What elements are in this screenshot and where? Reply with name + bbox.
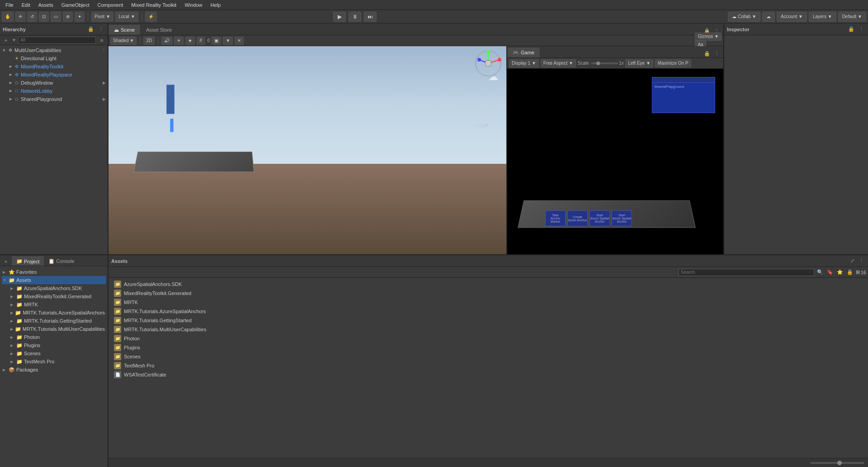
move-tool-btn[interactable]: ✛: [15, 12, 25, 22]
account-btn[interactable]: Account ▼: [777, 12, 807, 22]
assets-more-btn[interactable]: ⋮: [857, 257, 865, 265]
fx-btn[interactable]: ★: [185, 37, 195, 45]
asset-mrtk-multi[interactable]: 📁 MRTK.Tutorials.MultiUserCapabilities: [112, 325, 864, 334]
ui-card-3[interactable]: StartAzure Spatial Anchor: [612, 210, 632, 226]
menu-window[interactable]: Window: [181, 1, 206, 9]
play-btn[interactable]: ▶: [333, 12, 346, 22]
scene-filter-btn[interactable]: ▼: [223, 37, 233, 45]
tree-azure-sdk[interactable]: ▶ 📁 AzureSpatialAnchors.SDK: [2, 284, 106, 292]
favorites-item[interactable]: ▶ ⭐ Favorites: [2, 268, 106, 276]
tree-textmesh[interactable]: ▶ 📁 TextMesh Pro: [2, 357, 106, 366]
menu-mixed-reality[interactable]: Mixed Reality Toolkit: [127, 1, 180, 9]
cloud-btn[interactable]: ☁: [762, 12, 775, 22]
asset-azure-sdk[interactable]: 📁 AzureSpatialAnchors.SDK: [112, 280, 864, 289]
hierarchy-item-0[interactable]: ☀ Directional Light: [0, 54, 108, 62]
assets-search-input[interactable]: [679, 269, 814, 276]
scene-viewport[interactable]: X Y Z < Left ☁: [108, 46, 506, 254]
search-icon-btn[interactable]: 🔍: [816, 268, 824, 276]
pause-btn[interactable]: ⏸: [349, 12, 361, 22]
packages-item[interactable]: ▶ 📦 Packages: [2, 366, 106, 374]
menu-edit[interactable]: Edit: [18, 1, 34, 9]
zoom-slider-track[interactable]: [810, 462, 864, 464]
gizmos-btn[interactable]: Gizmos ▼: [695, 33, 722, 41]
lighting-btn[interactable]: ☀: [174, 37, 184, 45]
hierarchy-item-5[interactable]: ▶ □ SharedPlayground ▶: [0, 95, 108, 103]
tree-mrtk-multi[interactable]: ▶ 📁 MRTK.Tutorials.MultiUserCapabilities: [2, 325, 106, 333]
assets-filter1-btn[interactable]: 🔖: [826, 268, 834, 276]
render-path-btn[interactable]: ▣: [212, 37, 221, 45]
asset-textmesh[interactable]: 📁 TextMesh Pro: [112, 361, 864, 370]
asset-plugins[interactable]: 📁 Plugins: [112, 343, 864, 352]
hierarchy-more-btn[interactable]: ⋮: [97, 25, 105, 33]
menu-gameobject[interactable]: GameObject: [58, 1, 93, 9]
pivot-btn[interactable]: Pivot▼: [91, 12, 113, 22]
tree-photon[interactable]: ▶ 📁 Photon: [2, 333, 106, 341]
asset-wsa-cert[interactable]: 📄 WSATestCertificate: [112, 370, 864, 379]
layers-btn[interactable]: Layers ▼: [809, 12, 836, 22]
asset-photon[interactable]: 📁 Photon: [112, 334, 864, 343]
hierarchy-lock-btn[interactable]: 🔒: [87, 25, 95, 33]
hierarchy-item-1[interactable]: ▶ ⚙ MixedRealityToolkit: [0, 62, 108, 71]
tree-plugins[interactable]: ▶ 📁 Plugins: [2, 341, 106, 349]
assets-root-item[interactable]: ▼ 📁 Assets: [2, 276, 106, 284]
audio-btn[interactable]: 🔊: [161, 37, 172, 45]
eye-btn[interactable]: Left Eye ▼: [625, 59, 653, 67]
hierarchy-root[interactable]: ▼ ⚙ MultiUserCapabilities ⋮: [0, 46, 108, 54]
2d-btn[interactable]: 2D: [143, 37, 155, 45]
project-tab[interactable]: 📁 Project: [12, 257, 44, 266]
menu-file[interactable]: File: [2, 1, 17, 9]
ui-card-1[interactable]: CreateAzure Anchor: [567, 210, 588, 226]
step-btn[interactable]: ⏭: [364, 12, 377, 22]
game-viewport[interactable]: SharedPlayground TakeAnchor Marker Creat…: [507, 69, 723, 254]
game-lock-btn[interactable]: 🔒: [703, 49, 711, 57]
asset-mrtk-getting[interactable]: 📁 MRTK.Tutorials.GettingStarted: [112, 316, 864, 325]
ui-card-2[interactable]: StartAzure Spatial Anchor: [590, 210, 610, 226]
scene-tab[interactable]: ⛰ Scene: [108, 25, 141, 35]
scene-grid-btn[interactable]: #: [197, 37, 205, 45]
menu-component[interactable]: Component: [94, 1, 127, 9]
maximize-btn[interactable]: Maximize On P: [655, 59, 691, 67]
snap-btn[interactable]: ⚡: [145, 12, 157, 22]
rect-tool-btn[interactable]: ▭: [51, 12, 61, 22]
project-add-btn[interactable]: +: [2, 257, 10, 266]
game-tab[interactable]: 🎮 Game: [507, 48, 540, 57]
inspector-lock-btn[interactable]: 🔒: [847, 25, 855, 33]
custom-tool-btn[interactable]: ✦: [75, 12, 85, 22]
hierarchy-search-input[interactable]: [18, 37, 96, 44]
hierarchy-item-4[interactable]: ▶ □ NetworkLobby: [0, 87, 108, 95]
scale-slider-track[interactable]: [591, 62, 618, 64]
transform-tool-btn[interactable]: ⊕: [63, 12, 73, 22]
scene-more-btn2[interactable]: ✕: [235, 37, 244, 45]
hierarchy-add-btn[interactable]: +: [2, 36, 10, 44]
asset-mrtk[interactable]: 📁 MRTK: [112, 298, 864, 307]
asset-mrtk-gen[interactable]: 📁 MixedRealityToolkit.Generated: [112, 289, 864, 298]
hierarchy-filter-btn[interactable]: ≡: [98, 36, 106, 44]
tree-mrtk[interactable]: ▶ 📁 MRTK: [2, 300, 106, 309]
collab-btn[interactable]: ☁ Collab ▼: [728, 12, 760, 22]
asset-mrtk-azure[interactable]: 📁 MRTK.Tutorials.AzureSpatialAnchors: [112, 307, 864, 316]
hand-tool-btn[interactable]: ✋: [2, 12, 14, 22]
tree-mrtk-getting[interactable]: ▶ 📁 MRTK.Tutorials.GettingStarted: [2, 317, 106, 325]
asset-store-tab[interactable]: Asset Store: [141, 25, 178, 35]
game-more-btn[interactable]: ⋮: [712, 49, 721, 57]
hierarchy-item-3[interactable]: ▶ □ DebugWindow ▶: [0, 79, 108, 87]
ui-card-0[interactable]: TakeAnchor Marker: [545, 210, 566, 226]
tree-scenes[interactable]: ▶ 📁 Scenes: [2, 349, 106, 357]
console-tab[interactable]: 📋 Console: [44, 257, 79, 266]
local-btn[interactable]: Local▼: [115, 12, 138, 22]
aspect-btn[interactable]: Free Aspect ▼: [541, 59, 576, 67]
rotate-tool-btn[interactable]: ↺: [27, 12, 37, 22]
assets-filter2-btn[interactable]: 🔒: [846, 268, 854, 276]
menu-assets[interactable]: Assets: [35, 1, 57, 9]
display-btn[interactable]: Display 1 ▼: [509, 59, 539, 67]
hierarchy-item-2[interactable]: ▶ ⚙ MixedRealityPlayspace: [0, 71, 108, 79]
inspector-more-btn[interactable]: ⋮: [857, 25, 865, 33]
asset-scenes[interactable]: 📁 Scenes: [112, 352, 864, 361]
scale-tool-btn[interactable]: ⊡: [39, 12, 49, 22]
tree-mrtk-azure[interactable]: ▶ 📁 MRTK.Tutorials.AzureSpatialAnchors: [2, 309, 106, 317]
shading-btn[interactable]: Shaded▼: [110, 37, 137, 45]
default-btn[interactable]: Default ▼: [838, 12, 866, 22]
menu-help[interactable]: Help: [207, 1, 225, 9]
assets-star-btn[interactable]: ⭐: [836, 268, 844, 276]
tree-mrtk-gen[interactable]: ▶ 📁 MixedRealityToolkit.Generated: [2, 292, 106, 300]
